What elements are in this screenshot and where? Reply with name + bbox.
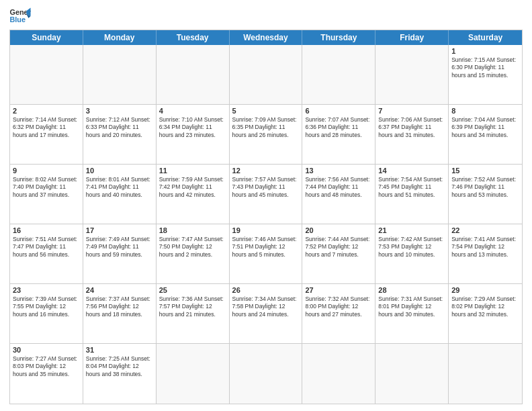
weekday-header-monday: Monday (83, 30, 157, 45)
day-number: 30 (13, 346, 80, 354)
day-info: Sunrise: 7:57 AM Sunset: 7:43 PM Dayligh… (232, 176, 300, 199)
day-number: 18 (159, 226, 226, 234)
day-number: 8 (451, 107, 519, 115)
day-info: Sunrise: 7:31 AM Sunset: 8:01 PM Dayligh… (378, 295, 445, 318)
day-info: Sunrise: 7:42 AM Sunset: 7:53 PM Dayligh… (378, 236, 445, 259)
day-cell-28: 28Sunrise: 7:31 AM Sunset: 8:01 PM Dayli… (375, 284, 449, 343)
day-cell-31: 31Sunrise: 7:25 AM Sunset: 8:04 PM Dayli… (83, 344, 157, 404)
day-number: 29 (451, 286, 519, 294)
day-cell-6: 6Sunrise: 7:07 AM Sunset: 6:36 PM Daylig… (302, 105, 375, 164)
day-info: Sunrise: 7:32 AM Sunset: 8:00 PM Dayligh… (305, 295, 372, 318)
day-cell-7: 7Sunrise: 7:06 AM Sunset: 6:37 PM Daylig… (375, 105, 449, 164)
day-info: Sunrise: 8:01 AM Sunset: 7:41 PM Dayligh… (86, 176, 153, 199)
day-cell-14: 14Sunrise: 7:54 AM Sunset: 7:45 PM Dayli… (375, 165, 449, 224)
calendar-row-3: 9Sunrise: 8:02 AM Sunset: 7:40 PM Daylig… (10, 165, 522, 224)
day-number: 28 (378, 286, 445, 294)
day-number: 17 (86, 226, 153, 234)
day-cell-23: 23Sunrise: 7:39 AM Sunset: 7:55 PM Dayli… (10, 284, 83, 343)
calendar-row-4: 16Sunrise: 7:51 AM Sunset: 7:47 PM Dayli… (10, 224, 522, 284)
day-cell-15: 15Sunrise: 7:52 AM Sunset: 7:46 PM Dayli… (449, 165, 522, 224)
day-cell-12: 12Sunrise: 7:57 AM Sunset: 7:43 PM Dayli… (230, 165, 303, 224)
day-number: 27 (305, 286, 372, 294)
day-info: Sunrise: 7:27 AM Sunset: 8:03 PM Dayligh… (13, 355, 80, 378)
day-info: Sunrise: 7:44 AM Sunset: 7:52 PM Dayligh… (305, 236, 372, 259)
day-info: Sunrise: 7:56 AM Sunset: 7:44 PM Dayligh… (305, 176, 372, 199)
day-cell-9: 9Sunrise: 8:02 AM Sunset: 7:40 PM Daylig… (10, 165, 83, 224)
day-number: 22 (451, 226, 519, 234)
day-number: 15 (451, 167, 519, 175)
day-number: 7 (378, 107, 445, 115)
day-cell-empty (157, 344, 230, 404)
day-number: 10 (86, 167, 153, 175)
day-info: Sunrise: 7:52 AM Sunset: 7:46 PM Dayligh… (451, 176, 519, 199)
day-cell-empty (302, 45, 375, 104)
day-cell-5: 5Sunrise: 7:09 AM Sunset: 6:35 PM Daylig… (230, 105, 303, 164)
day-cell-1: 1Sunrise: 7:15 AM Sunset: 6:30 PM Daylig… (449, 45, 522, 104)
day-number: 9 (13, 167, 80, 175)
day-cell-24: 24Sunrise: 7:37 AM Sunset: 7:56 PM Dayli… (83, 284, 157, 343)
day-number: 19 (232, 226, 300, 234)
day-number: 2 (13, 107, 80, 115)
day-number: 24 (86, 286, 153, 294)
day-cell-empty (157, 45, 230, 104)
logo: General Blue (9, 7, 31, 26)
day-info: Sunrise: 7:15 AM Sunset: 6:30 PM Dayligh… (451, 56, 519, 79)
day-cell-21: 21Sunrise: 7:42 AM Sunset: 7:53 PM Dayli… (375, 224, 449, 283)
day-number: 26 (232, 286, 300, 294)
calendar-row-5: 23Sunrise: 7:39 AM Sunset: 7:55 PM Dayli… (10, 284, 522, 344)
day-cell-30: 30Sunrise: 7:27 AM Sunset: 8:03 PM Dayli… (10, 344, 83, 404)
day-info: Sunrise: 7:25 AM Sunset: 8:04 PM Dayligh… (86, 355, 153, 378)
day-cell-11: 11Sunrise: 7:59 AM Sunset: 7:42 PM Dayli… (157, 165, 230, 224)
day-number: 11 (159, 167, 226, 175)
day-info: Sunrise: 7:06 AM Sunset: 6:37 PM Dayligh… (378, 116, 445, 139)
day-cell-empty (230, 344, 303, 404)
day-cell-3: 3Sunrise: 7:12 AM Sunset: 6:33 PM Daylig… (83, 105, 157, 164)
day-number: 21 (378, 226, 445, 234)
day-cell-empty (449, 344, 522, 404)
weekday-header-sunday: Sunday (10, 30, 83, 45)
day-cell-26: 26Sunrise: 7:34 AM Sunset: 7:58 PM Dayli… (230, 284, 303, 343)
day-cell-19: 19Sunrise: 7:46 AM Sunset: 7:51 PM Dayli… (230, 224, 303, 283)
day-cell-17: 17Sunrise: 7:49 AM Sunset: 7:49 PM Dayli… (83, 224, 157, 283)
calendar-row-1: 1Sunrise: 7:15 AM Sunset: 6:30 PM Daylig… (10, 45, 522, 105)
day-number: 12 (232, 167, 300, 175)
day-info: Sunrise: 7:10 AM Sunset: 6:34 PM Dayligh… (159, 116, 226, 139)
day-cell-8: 8Sunrise: 7:04 AM Sunset: 6:39 PM Daylig… (449, 105, 522, 164)
day-cell-2: 2Sunrise: 7:14 AM Sunset: 6:32 PM Daylig… (10, 105, 83, 164)
day-number: 20 (305, 226, 372, 234)
day-cell-27: 27Sunrise: 7:32 AM Sunset: 8:00 PM Dayli… (302, 284, 375, 343)
day-info: Sunrise: 7:09 AM Sunset: 6:35 PM Dayligh… (232, 116, 300, 139)
day-info: Sunrise: 7:49 AM Sunset: 7:49 PM Dayligh… (86, 236, 153, 259)
day-cell-16: 16Sunrise: 7:51 AM Sunset: 7:47 PM Dayli… (10, 224, 83, 283)
day-info: Sunrise: 7:46 AM Sunset: 7:51 PM Dayligh… (232, 236, 300, 259)
day-info: Sunrise: 7:12 AM Sunset: 6:33 PM Dayligh… (86, 116, 153, 139)
weekday-header-tuesday: Tuesday (157, 30, 230, 45)
day-cell-empty (375, 45, 449, 104)
day-info: Sunrise: 7:14 AM Sunset: 6:32 PM Dayligh… (13, 116, 80, 139)
day-number: 31 (86, 346, 153, 354)
day-info: Sunrise: 7:54 AM Sunset: 7:45 PM Dayligh… (378, 176, 445, 199)
weekday-header-saturday: Saturday (449, 30, 522, 45)
day-number: 25 (159, 286, 226, 294)
day-info: Sunrise: 7:51 AM Sunset: 7:47 PM Dayligh… (13, 236, 80, 259)
day-info: Sunrise: 7:29 AM Sunset: 8:02 PM Dayligh… (451, 295, 519, 318)
calendar-header: SundayMondayTuesdayWednesdayThursdayFrid… (10, 30, 522, 45)
weekday-header-friday: Friday (375, 30, 449, 45)
calendar-row-6: 30Sunrise: 7:27 AM Sunset: 8:03 PM Dayli… (10, 344, 522, 404)
day-info: Sunrise: 7:34 AM Sunset: 7:58 PM Dayligh… (232, 295, 300, 318)
day-cell-10: 10Sunrise: 8:01 AM Sunset: 7:41 PM Dayli… (83, 165, 157, 224)
day-cell-25: 25Sunrise: 7:36 AM Sunset: 7:57 PM Dayli… (157, 284, 230, 343)
day-cell-29: 29Sunrise: 7:29 AM Sunset: 8:02 PM Dayli… (449, 284, 522, 343)
svg-text:Blue: Blue (9, 15, 26, 24)
day-info: Sunrise: 7:47 AM Sunset: 7:50 PM Dayligh… (159, 236, 226, 259)
day-cell-empty (83, 45, 157, 104)
calendar-body: 1Sunrise: 7:15 AM Sunset: 6:30 PM Daylig… (10, 45, 522, 404)
day-number: 4 (159, 107, 226, 115)
day-number: 5 (232, 107, 300, 115)
day-number: 3 (86, 107, 153, 115)
day-number: 23 (13, 286, 80, 294)
calendar: SundayMondayTuesdayWednesdayThursdayFrid… (9, 30, 523, 404)
day-info: Sunrise: 8:02 AM Sunset: 7:40 PM Dayligh… (13, 176, 80, 199)
day-cell-18: 18Sunrise: 7:47 AM Sunset: 7:50 PM Dayli… (157, 224, 230, 283)
day-cell-empty (230, 45, 303, 104)
